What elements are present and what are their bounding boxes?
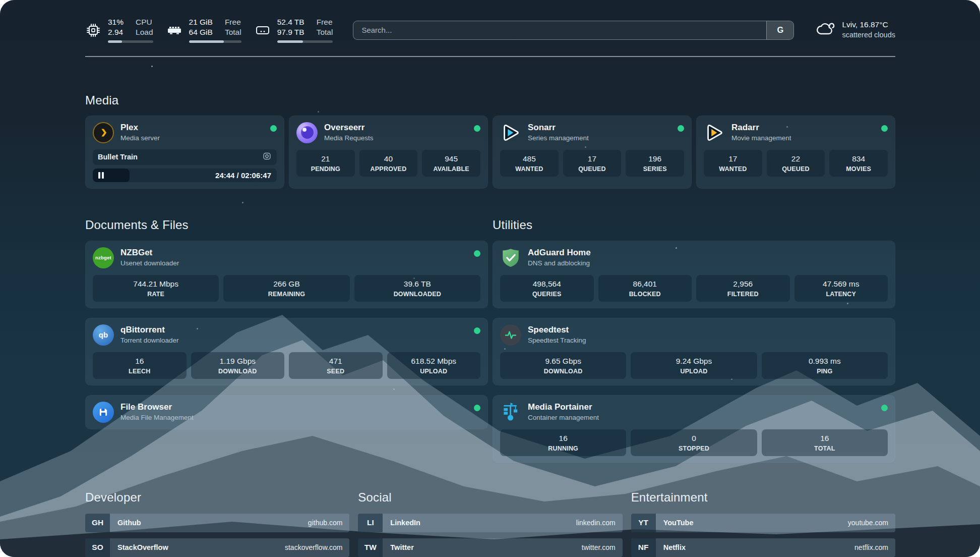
bookmark-github[interactable]: GH Github github.com bbox=[85, 514, 349, 532]
cpu-label: CPU bbox=[136, 17, 153, 27]
social-bookmarks: Social LI LinkedIn linkedin.com TW Twitt… bbox=[358, 490, 622, 557]
stat-box-filtered: 2,956 FILTERED bbox=[696, 275, 790, 302]
qbittorrent-icon: qb bbox=[93, 324, 114, 346]
stat-label: LATENCY bbox=[798, 291, 885, 298]
search-input[interactable] bbox=[353, 21, 766, 39]
stat-box-download: 9.65 Gbps DOWNLOAD bbox=[500, 352, 626, 379]
app-name: AdGuard Home bbox=[528, 248, 888, 258]
stat-value: 16 bbox=[765, 434, 885, 443]
stat-box-movies: 834 MOVIES bbox=[829, 150, 888, 177]
bookmark-abbr: SO bbox=[85, 538, 110, 557]
dashboard-window: 31% 2.94 CPU Load bbox=[0, 0, 980, 557]
app-name: Speedtest bbox=[528, 325, 888, 335]
stat-box-queued: 17 QUEUED bbox=[563, 150, 622, 177]
bookmark-name: StackOverflow bbox=[117, 543, 168, 551]
documents-column: Documents & Files nzbget NZBGet Usenet d… bbox=[85, 218, 488, 463]
stat-value: 22 bbox=[770, 154, 822, 163]
developer-bookmarks: Developer GH Github github.com SO StackO… bbox=[85, 490, 349, 557]
stat-box-ping: 0.993 ms PING bbox=[762, 352, 888, 379]
cpu-progress-track bbox=[108, 40, 153, 43]
search-engine-button[interactable]: G bbox=[766, 21, 793, 39]
stat-label: PING bbox=[765, 368, 885, 375]
media-grid: Plex Media server Bullet Train bbox=[85, 116, 895, 189]
app-card-filebrowser[interactable]: File Browser Media File Management bbox=[85, 395, 488, 429]
stat-value: 21 bbox=[299, 154, 352, 163]
section-title-documents: Documents & Files bbox=[85, 218, 488, 232]
stat-label: QUEUED bbox=[566, 165, 619, 173]
stat-value: 196 bbox=[629, 154, 681, 163]
app-name: qBittorrent bbox=[120, 325, 467, 335]
stat-label: DOWNLOAD bbox=[194, 368, 282, 375]
cpu-load-value: 2.94 bbox=[108, 27, 124, 37]
stat-label: QUERIES bbox=[503, 291, 591, 298]
disk-total-value: 97.9 TB bbox=[277, 27, 304, 37]
app-name: File Browser bbox=[120, 402, 467, 412]
cpu-icon bbox=[85, 22, 101, 38]
bookmark-youtube[interactable]: YT YouTube youtube.com bbox=[631, 514, 895, 532]
stat-box-leech: 16 LEECH bbox=[93, 352, 187, 379]
section-title-social: Social bbox=[358, 490, 622, 505]
sonarr-icon bbox=[500, 122, 521, 143]
playback-progress-bar[interactable]: 24:44 / 02:06:47 bbox=[93, 169, 277, 182]
status-dot bbox=[881, 405, 888, 411]
app-card-sonarr[interactable]: Sonarr Series management 485 WANTED 17 Q… bbox=[493, 116, 692, 189]
bookmark-twitter[interactable]: TW Twitter twitter.com bbox=[358, 538, 622, 557]
bookmark-url: github.com bbox=[308, 519, 349, 527]
bookmark-linkedin[interactable]: LI LinkedIn linkedin.com bbox=[358, 514, 622, 532]
app-card-portainer[interactable]: Media Portainer Container management 16 … bbox=[493, 395, 895, 463]
stat-box-wanted: 17 WANTED bbox=[704, 150, 762, 177]
app-name: Sonarr bbox=[528, 123, 671, 133]
status-dot bbox=[474, 327, 480, 334]
stat-label: STOPPED bbox=[634, 445, 754, 452]
status-dot bbox=[474, 250, 480, 257]
now-playing-title: Bullet Train bbox=[98, 153, 262, 161]
section-title-utilities: Utilities bbox=[493, 218, 895, 232]
app-subtitle: Series management bbox=[528, 134, 671, 142]
stat-value: 744.21 Mbps bbox=[96, 280, 216, 289]
stat-box-rate: 744.21 Mbps RATE bbox=[93, 275, 219, 302]
app-card-nzbget[interactable]: nzbget NZBGet Usenet downloader 744.21 M… bbox=[85, 241, 488, 308]
app-card-adguard[interactable]: AdGuard Home DNS and adblocking 498,564 … bbox=[493, 241, 895, 308]
app-name: NZBGet bbox=[120, 248, 467, 258]
bookmark-name: Netflix bbox=[663, 543, 686, 551]
playback-time: 24:44 / 02:06:47 bbox=[215, 171, 277, 180]
stat-box-wanted: 485 WANTED bbox=[500, 150, 559, 177]
bookmark-netflix[interactable]: NF Netflix netflix.com bbox=[631, 538, 895, 557]
stat-value: 485 bbox=[503, 154, 556, 163]
filebrowser-icon bbox=[93, 402, 114, 423]
bookmark-name: LinkedIn bbox=[390, 519, 420, 527]
bookmark-stackoverflow[interactable]: SO StackOverflow stackoverflow.com bbox=[85, 538, 349, 557]
stat-label: FILTERED bbox=[699, 291, 787, 298]
stat-value: 47.569 ms bbox=[798, 280, 885, 289]
app-name: Radarr bbox=[731, 123, 875, 133]
app-card-overseerr[interactable]: Overseerr Media Requests 21 PENDING 40 A… bbox=[289, 116, 488, 189]
entertainment-bookmarks: Entertainment YT YouTube youtube.com NF … bbox=[631, 490, 895, 557]
stat-value: 266 GB bbox=[226, 280, 346, 289]
stat-label: DOWNLOADED bbox=[357, 291, 477, 298]
nzbget-icon: nzbget bbox=[93, 247, 114, 268]
app-card-radarr[interactable]: Radarr Movie management 17 WANTED 22 QUE… bbox=[696, 116, 895, 189]
qbittorrent-icon-text: qb bbox=[99, 330, 108, 339]
stat-value: 0.993 ms bbox=[765, 357, 885, 366]
bookmark-url: twitter.com bbox=[582, 543, 623, 551]
bookmark-abbr: LI bbox=[358, 514, 383, 532]
utilities-column: Utilities bbox=[493, 218, 895, 463]
app-card-qbittorrent[interactable]: qb qBittorrent Torrent downloader 16 LEE… bbox=[85, 318, 488, 385]
app-subtitle: Speedtest Tracking bbox=[528, 337, 888, 344]
stat-value: 1.19 Gbps bbox=[194, 357, 282, 366]
ram-stat: 21 GiB 64 GiB Free Total bbox=[166, 17, 241, 43]
bookmark-abbr: TW bbox=[358, 538, 383, 557]
ram-progress-fill bbox=[189, 40, 224, 43]
app-card-speedtest[interactable]: Speedtest Speedtest Tracking 9.65 Gbps D… bbox=[493, 318, 895, 385]
stat-box-series: 196 SERIES bbox=[626, 150, 684, 177]
stat-label: QUEUED bbox=[770, 165, 822, 173]
bookmark-abbr: GH bbox=[85, 514, 110, 532]
stat-label: APPROVED bbox=[362, 165, 415, 173]
disk-free-value: 52.4 TB bbox=[277, 17, 304, 27]
adguard-icon bbox=[500, 247, 521, 268]
stat-label: LEECH bbox=[96, 368, 183, 375]
disk-icon bbox=[255, 22, 271, 38]
weather-widget[interactable]: Lviv, 16.87°C scattered clouds bbox=[815, 20, 895, 40]
ram-total-value: 64 GiB bbox=[189, 27, 213, 37]
app-card-plex[interactable]: Plex Media server Bullet Train bbox=[85, 116, 284, 189]
